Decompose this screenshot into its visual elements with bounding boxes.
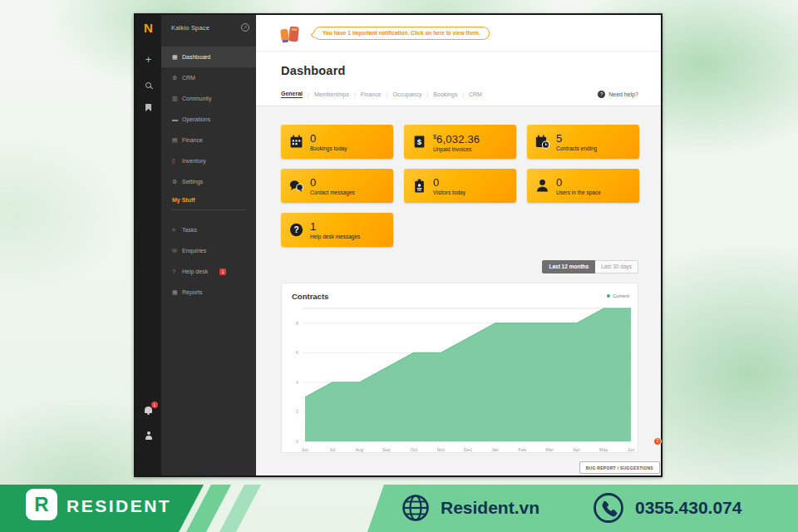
- bell-badge: 1: [151, 401, 158, 408]
- bug-report-button[interactable]: BUG REPORT / SUGGESTIONS: [579, 461, 660, 474]
- help-desk-badge: 1: [219, 268, 226, 275]
- svg-text:Jul: Jul: [329, 447, 335, 452]
- profile-icon[interactable]: [135, 431, 161, 441]
- area-series-current: [305, 308, 631, 441]
- sidebar-item-finance[interactable]: ▤ Finance: [161, 130, 256, 150]
- svg-text:Nov: Nov: [436, 447, 445, 452]
- svg-text:6: 6: [296, 350, 298, 355]
- stat-card-unpaid-invoices[interactable]: $ $6,032.36 Unpaid Invoices: [404, 125, 516, 159]
- help-desk-icon: ?: [172, 268, 182, 274]
- page-title: Dashboard: [281, 64, 346, 77]
- calendar-icon: [289, 135, 303, 149]
- website-info: Resident.vn: [401, 493, 539, 523]
- contracts-chart-svg: 02468JunJulAugSepOctNovDecJanFebMarAprMa…: [282, 283, 639, 454]
- svg-text:Jan: Jan: [491, 447, 499, 452]
- stat-value: $6,032.36: [433, 131, 480, 145]
- page: N + 1 Kalkio Space ↗ ▦ Dashboard: [0, 0, 798, 532]
- tasks-icon: ≡: [172, 227, 182, 233]
- invoice-dollar-icon: $: [412, 135, 426, 149]
- tab-crm[interactable]: CRM: [469, 91, 482, 97]
- stat-card-contact-messages[interactable]: 0 Contact messages: [281, 169, 393, 203]
- icon-rail: N + 1: [135, 15, 161, 475]
- reports-icon: ▦: [172, 289, 182, 296]
- need-help-link[interactable]: ? Need help?: [598, 91, 638, 98]
- svg-text:Mar: Mar: [545, 447, 554, 452]
- svg-text:Oct: Oct: [410, 447, 417, 452]
- sidebar-item-crm[interactable]: ⚙ CRM: [161, 67, 256, 88]
- visit-space-icon[interactable]: ↗: [241, 23, 249, 32]
- stat-label: Users in the space: [556, 190, 601, 195]
- crm-icon: ⚙: [172, 75, 182, 81]
- tab-memberships[interactable]: Memberships: [314, 91, 349, 97]
- dashboard-icon: ▦: [172, 54, 182, 61]
- range-last-12-months[interactable]: Last 12 months: [542, 260, 595, 273]
- stat-card-contracts-ending[interactable]: 5 Contracts ending: [527, 125, 639, 159]
- stat-value: 0: [310, 177, 355, 188]
- stat-card-bookings-today[interactable]: 0 Bookings today: [281, 125, 393, 159]
- sidebar-item-community[interactable]: ▥ Community: [161, 88, 256, 109]
- stat-card-visitors-today[interactable]: 0 Visitors today: [404, 169, 516, 203]
- tab-occupancy[interactable]: Occupancy: [392, 91, 421, 97]
- stat-label: Bookings today: [310, 145, 347, 151]
- contracts-chart-card: Contracts Current 02468JunJulAugSepOctNo…: [281, 283, 638, 453]
- phone-icon: [592, 491, 625, 525]
- stat-label: Visitors today: [433, 190, 466, 195]
- avatar-badge: 2: [653, 437, 662, 446]
- sidebar-item-tasks[interactable]: ≡ Tasks: [161, 219, 256, 240]
- sidebar: Kalkio Space ↗ ▦ Dashboard ⚙ CRM ▥ Commu…: [161, 15, 256, 475]
- tab-finance[interactable]: Finance: [361, 91, 382, 97]
- sidebar-item-reports[interactable]: ▦ Reports: [161, 282, 256, 303]
- nexudus-logo: N: [135, 21, 161, 35]
- stat-card-users-in-space[interactable]: 0 Users in the space: [527, 169, 639, 203]
- svg-text:4: 4: [296, 380, 298, 385]
- notifications-bell-icon[interactable]: 1: [135, 405, 161, 415]
- date-range-toggle: Last 12 months Last 30 days: [542, 260, 638, 273]
- enquiries-icon: ✉: [172, 248, 182, 254]
- stat-value: 0: [556, 177, 601, 188]
- bookmark-icon[interactable]: [135, 103, 161, 113]
- tab-bar: General| Memberships| Finance| Occupancy…: [281, 91, 482, 98]
- calendar-clock-icon: [535, 135, 549, 149]
- stat-label: Contracts ending: [556, 145, 597, 151]
- svg-text:?: ?: [293, 225, 298, 234]
- website-url: Resident.vn: [441, 498, 539, 518]
- range-last-30-days[interactable]: Last 30 days: [595, 260, 638, 273]
- tab-bookings[interactable]: Bookings: [433, 91, 457, 97]
- sidebar-nav-my-stuff: ≡ Tasks ✉ Enquiries ? Help desk 1 ▦ Repo…: [161, 219, 256, 303]
- sidebar-item-enquiries[interactable]: ✉ Enquiries: [161, 240, 256, 261]
- sidebar-item-operations[interactable]: ▬ Operations: [161, 109, 256, 130]
- community-icon: ▥: [172, 96, 182, 102]
- sidebar-item-settings[interactable]: ⚙ Settings: [161, 171, 256, 192]
- my-stuff-heading: My Stuff: [172, 197, 195, 203]
- sidebar-divider: [171, 209, 246, 210]
- svg-text:Dec: Dec: [464, 447, 472, 452]
- stat-card-help-desk-messages[interactable]: ? 1 Help desk messages: [281, 213, 393, 247]
- notification-bar: You have 1 important notification. Click…: [256, 15, 661, 52]
- page-header: Dashboard General| Memberships| Finance|…: [256, 52, 661, 106]
- globe-icon: [401, 493, 431, 523]
- add-icon[interactable]: +: [135, 53, 161, 66]
- stat-label: Unpaid Invoices: [433, 146, 480, 152]
- inventory-icon: ▯: [172, 158, 182, 165]
- question-circle-icon: ?: [289, 223, 303, 237]
- tab-general[interactable]: General: [281, 91, 303, 98]
- svg-text:Aug: Aug: [355, 447, 363, 452]
- stat-label: Help desk messages: [310, 234, 360, 239]
- svg-text:Feb: Feb: [519, 447, 526, 452]
- stat-value: 1: [310, 221, 360, 232]
- sidebar-item-help-desk[interactable]: ? Help desk 1: [161, 261, 256, 282]
- svg-text:8: 8: [296, 321, 298, 326]
- question-circle-icon: ?: [598, 91, 605, 98]
- search-icon[interactable]: [135, 80, 161, 90]
- svg-text:2: 2: [296, 409, 298, 414]
- main-area: You have 1 important notification. Click…: [256, 15, 661, 475]
- space-name: Kalkio Space: [171, 24, 209, 32]
- sidebar-item-dashboard[interactable]: ▦ Dashboard: [161, 47, 256, 67]
- notification-message[interactable]: You have 1 important notification. Click…: [313, 27, 490, 40]
- footer-banner: R RESIDENT Resident.vn 0355.430.074: [0, 485, 798, 532]
- sidebar-item-inventory[interactable]: ▯ Inventory: [161, 150, 256, 171]
- sidebar-nav: ▦ Dashboard ⚙ CRM ▥ Community ▬ Operatio…: [161, 47, 256, 192]
- svg-text:$: $: [417, 137, 422, 146]
- user-icon: [535, 179, 549, 193]
- svg-text:Jun: Jun: [302, 447, 309, 452]
